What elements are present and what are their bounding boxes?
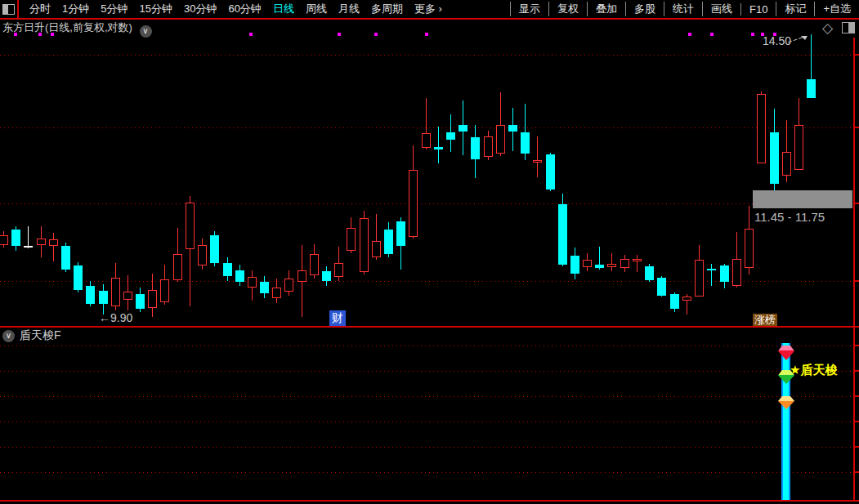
marker-dot <box>51 33 54 36</box>
candle-body-up <box>198 245 207 265</box>
chevron-down-icon[interactable]: ∨ <box>2 330 15 342</box>
candle-body-down <box>595 265 604 268</box>
candle-body-up <box>409 170 418 237</box>
candle-body-down <box>807 79 816 98</box>
candle-body-up <box>745 229 754 268</box>
axis-tick <box>855 370 859 372</box>
candle-body-up <box>186 203 195 249</box>
rank-list-label[interactable]: 涨榜 <box>753 314 777 326</box>
candle-body-up <box>533 160 542 163</box>
axis-tick <box>855 446 859 448</box>
candle-body-up <box>620 259 629 268</box>
candle-body-down <box>235 270 244 282</box>
candle-body-up <box>310 254 319 275</box>
candle-body-down <box>260 282 269 293</box>
candle-body-up <box>794 125 803 170</box>
candle-body-up <box>123 292 132 300</box>
candle-body-up <box>49 239 58 246</box>
axis-tick <box>855 421 859 422</box>
candle-body-up <box>695 260 704 297</box>
candle-body-down <box>11 230 20 246</box>
marker-dot <box>710 33 714 36</box>
candle-body-down <box>223 263 232 276</box>
candle-body-down <box>570 256 579 274</box>
marker-dot <box>38 33 42 36</box>
candle-body-up <box>633 259 642 261</box>
marker-dot <box>249 33 253 36</box>
marker-dot <box>374 33 378 36</box>
candle-body-up <box>360 218 369 272</box>
panel-divider[interactable] <box>0 326 859 328</box>
axis-tick <box>855 471 859 473</box>
candle-body-up <box>0 235 8 245</box>
candle-body-up <box>422 133 431 148</box>
candle-body-down <box>74 265 83 290</box>
grid-line-sub <box>0 421 852 422</box>
axis-tick <box>855 280 859 282</box>
candle-body-down <box>657 278 666 296</box>
candle-body-doji <box>24 246 33 248</box>
candle-wick <box>438 127 439 163</box>
candle-wick <box>537 136 538 177</box>
marker-dot <box>14 33 17 36</box>
low-price-label: ←9.90 <box>99 311 132 324</box>
marker-dot <box>688 33 691 36</box>
candle-body-up <box>160 279 169 302</box>
candle-body-up <box>37 239 46 245</box>
marker-dot <box>425 33 428 36</box>
candle-body-down <box>770 132 779 184</box>
candle-body-down <box>86 286 95 304</box>
grid-line-sub <box>0 346 852 346</box>
sub-panel-title: 盾天梭F <box>20 328 61 343</box>
indicator-signal-label: ★盾天梭 <box>790 363 837 378</box>
axis-tick <box>855 345 859 346</box>
grid-line <box>0 203 852 204</box>
candle-body-down <box>558 204 567 265</box>
candle-body-down <box>508 125 517 132</box>
candle-body-down <box>720 265 729 282</box>
candle-body-down <box>521 132 530 154</box>
candle-body-up <box>496 125 505 154</box>
candle-body-up <box>284 279 293 292</box>
candle-body-down <box>136 294 145 309</box>
candle-body-up <box>173 254 182 280</box>
right-price-axis <box>853 38 855 502</box>
candle-body-up <box>298 270 306 282</box>
candle-body-up <box>347 228 356 251</box>
candle-body-down <box>670 294 679 309</box>
high-arrow-icon <box>786 33 811 46</box>
marker-dot <box>751 33 754 36</box>
grid-line <box>0 55 852 56</box>
axis-tick <box>855 54 859 56</box>
candle-body-up <box>782 152 791 176</box>
bottom-border <box>0 500 859 502</box>
candle-body-up <box>682 297 691 301</box>
candle-body-down <box>546 154 555 190</box>
candle-body-up <box>248 277 257 288</box>
candle-body-up <box>583 260 592 267</box>
candle-body-down <box>707 269 716 270</box>
candle-body-up <box>272 288 281 298</box>
candle-body-down <box>459 125 468 132</box>
marker-dot <box>338 33 341 36</box>
axis-tick <box>855 127 859 128</box>
candle-body-up <box>484 136 493 157</box>
candle-body-up <box>111 278 120 306</box>
price-range-box <box>753 190 852 208</box>
candle-body-up <box>148 290 157 308</box>
candle-body-up <box>607 264 616 267</box>
finance-hot-label[interactable]: 财 <box>329 310 346 326</box>
candle-body-down <box>322 271 331 281</box>
sub-panel-header[interactable]: ∨ 盾天梭F <box>2 328 61 343</box>
candle-body-down <box>645 266 654 280</box>
candle-body-down <box>396 221 405 246</box>
candle-wick <box>637 255 638 272</box>
candle-wick <box>611 253 612 271</box>
candle-body-up <box>372 241 381 257</box>
axis-tick <box>855 203 859 204</box>
candle-wick <box>53 233 54 261</box>
candle-body-down <box>384 230 393 254</box>
candle-body-up <box>757 94 766 163</box>
trading-app-window: 分时1分钟5分钟15分钟30分钟60分钟日线周线月线多周期更多 › 显示复权叠加… <box>0 0 859 504</box>
candle-body-down <box>210 235 219 263</box>
